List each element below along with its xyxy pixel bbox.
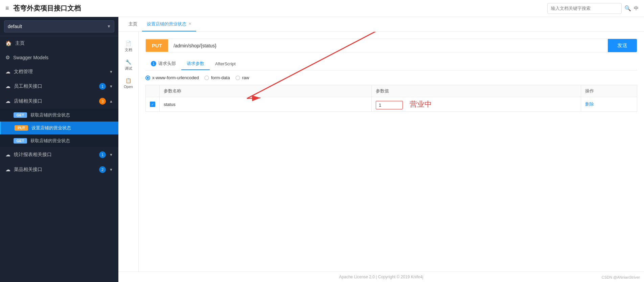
col-checkbox [146, 85, 160, 97]
test-icon: 🔧 [125, 59, 131, 65]
param-value-cell: 营业中 [372, 97, 581, 112]
req-tab-afterscript-label: AfterScript [215, 61, 236, 66]
search-icon[interactable]: 🔍 [624, 5, 631, 12]
tab-home-label: 主页 [129, 21, 137, 27]
sidebar-doc-mgmt-label: 文档管理 [14, 69, 106, 75]
content-area: 主页 设置店铺的营业状态 ✕ 📄 文档 🔧 调试 📋 [118, 17, 644, 282]
shop-get1-label: 获取店铺的营业状态 [30, 112, 70, 118]
doc-label: 文档 [125, 47, 132, 52]
open-icon: 📋 [125, 78, 131, 83]
menu-icon[interactable]: ≡ [5, 5, 9, 12]
radio-raw[interactable]: raw [235, 75, 249, 80]
open-label: Open [124, 85, 133, 89]
sidebar-item-swagger[interactable]: ⚙ Swagger Models [0, 50, 118, 65]
sidebar-sub-shop-get1[interactable]: GET 获取店铺的营业状态 [0, 109, 118, 122]
headers-badge: 1 [151, 61, 156, 66]
doc-sidebar-doc[interactable]: 📄 文档 [118, 37, 138, 56]
tab-shop-set-label: 设置店铺的营业状态 [147, 21, 186, 27]
top-header: ≡ 苍穹外卖项目接口文档 🔍 中 [0, 0, 644, 17]
sidebar-item-employee[interactable]: ☁ 员工相关接口 1 ▼ [0, 79, 118, 94]
api-method-bar: PUT /admin/shop/{status} 发送 [145, 39, 637, 52]
csdn-watermark: CSDN @ANnianStriver [602, 275, 640, 279]
req-tab-params[interactable]: 请求参数 [181, 58, 210, 70]
sidebar-item-dishes[interactable]: ☁ 菜品相关接口 2 ▼ [0, 162, 118, 177]
search-input[interactable] [547, 3, 622, 14]
footer-text: Apache License 2.0 | Copyright © 2019 Kn… [339, 275, 423, 279]
col-action: 操作 [581, 85, 637, 97]
request-tabs: 1 请求头部 请求参数 AfterScript [145, 58, 637, 70]
sidebar-shop-label: 店铺相关接口 [14, 98, 96, 104]
doc-sidebar-open[interactable]: 📋 Open [118, 74, 138, 92]
lang-toggle[interactable]: 中 [634, 5, 639, 12]
param-checkbox-cell: ✓ [146, 97, 160, 112]
shop-put-method: PUT [15, 125, 28, 131]
checkmark-icon: ✓ [151, 103, 154, 106]
shop-get2-label: 获取店铺的营业状态 [30, 138, 70, 144]
sidebar-item-doc-mgmt[interactable]: ☁ 文档管理 ▼ [0, 65, 118, 79]
radio-urlencoded-circle [145, 75, 150, 80]
sidebar-item-home[interactable]: 🏠 主页 [0, 36, 118, 50]
sidebar-stats-label: 统计报表相关接口 [14, 152, 96, 158]
radio-formdata-circle [204, 75, 209, 80]
delete-button[interactable]: 删除 [585, 102, 594, 107]
sidebar-select-wrap: default ▼ [0, 17, 118, 36]
main-layout: default ▼ 🏠 主页 ⚙ Swagger Models ☁ 文档管理 ▼… [0, 17, 644, 282]
req-tab-headers[interactable]: 1 请求头部 [145, 58, 181, 70]
api-path: /admin/shop/{status} [168, 40, 608, 52]
dishes-icon: ☁ [5, 167, 10, 173]
sidebar-home-label: 主页 [15, 40, 113, 46]
param-checkbox[interactable]: ✓ [150, 102, 155, 107]
employee-badge: 1 [99, 83, 106, 90]
doc-content: PUT /admin/shop/{status} 发送 1 请求头部 请求参数 … [139, 32, 644, 272]
shop-arrow-icon: ▲ [109, 99, 113, 103]
employee-icon: ☁ [5, 83, 10, 89]
doc-mgmt-icon: ☁ [5, 69, 10, 75]
page-footer: Apache License 2.0 | Copyright © 2019 Kn… [118, 272, 644, 282]
tab-home[interactable]: 主页 [124, 17, 142, 31]
shop-get1-method: GET [14, 112, 27, 118]
search-wrap: 🔍 中 [547, 3, 639, 14]
sidebar-sub-shop-get2[interactable]: GET 获取店铺的营业状态 [0, 134, 118, 147]
sidebar-item-stats[interactable]: ☁ 统计报表相关接口 1 ▼ [0, 147, 118, 162]
req-tab-afterscript[interactable]: AfterScript [210, 59, 241, 70]
sidebar: default ▼ 🏠 主页 ⚙ Swagger Models ☁ 文档管理 ▼… [0, 17, 118, 282]
col-param-value: 参数值 [372, 85, 581, 97]
sidebar-sub-shop: GET 获取店铺的营业状态 PUT 设置店铺的营业状态 GET 获取店铺的营业状… [0, 109, 118, 147]
params-table-header-row: 参数名称 参数值 操作 [146, 85, 637, 97]
doc-sidebar-test[interactable]: 🔧 调试 [118, 56, 138, 74]
tab-close-icon[interactable]: ✕ [188, 22, 191, 26]
api-send-button[interactable]: 发送 [608, 39, 637, 52]
col-param-name: 参数名称 [160, 85, 372, 97]
sidebar-select[interactable]: default [4, 20, 114, 32]
dishes-arrow-icon: ▼ [109, 168, 113, 172]
radio-urlencoded-label: x-www-form-urlencoded [152, 75, 199, 80]
params-section: 参数名称 参数值 操作 ✓ [145, 85, 637, 112]
sidebar-employee-label: 员工相关接口 [14, 83, 96, 89]
param-name-cell [160, 97, 372, 112]
stats-arrow-icon: ▼ [109, 153, 113, 157]
radio-raw-label: raw [242, 75, 249, 80]
tab-shop-set[interactable]: 设置店铺的营业状态 ✕ [142, 17, 196, 31]
doc-icon: 📄 [125, 41, 131, 46]
table-row: ✓ 营业中 [146, 97, 637, 112]
app-title: 苍穹外卖项目接口文档 [13, 4, 547, 13]
shop-get2-method: GET [14, 138, 27, 144]
sidebar-dishes-label: 菜品相关接口 [14, 167, 96, 173]
csdn-text: CSDN @ANnianStriver [602, 275, 640, 279]
param-name-input[interactable] [164, 102, 367, 107]
doc-sidebar: 📄 文档 🔧 调试 📋 Open [118, 32, 139, 272]
swagger-icon: ⚙ [5, 55, 10, 61]
radio-formdata-label: form-data [211, 75, 230, 80]
req-tab-headers-label: 请求头部 [158, 61, 176, 67]
doc-mgmt-arrow-icon: ▼ [109, 70, 113, 74]
radio-form-urlencoded[interactable]: x-www-form-urlencoded [145, 75, 199, 80]
doc-panel: 📄 文档 🔧 调试 📋 Open PUT /admin/shop/{status… [118, 32, 644, 272]
stats-badge: 1 [99, 151, 106, 158]
api-method-badge: PUT [146, 39, 168, 52]
radio-form-data[interactable]: form-data [204, 75, 230, 80]
param-value-input[interactable] [376, 101, 403, 109]
sidebar-item-shop[interactable]: ☁ 店铺相关接口 3 ▲ [0, 94, 118, 109]
shop-put-label: 设置店铺的营业状态 [31, 125, 71, 131]
test-label: 调试 [125, 66, 132, 71]
sidebar-sub-shop-put[interactable]: PUT 设置店铺的营业状态 [0, 122, 118, 134]
